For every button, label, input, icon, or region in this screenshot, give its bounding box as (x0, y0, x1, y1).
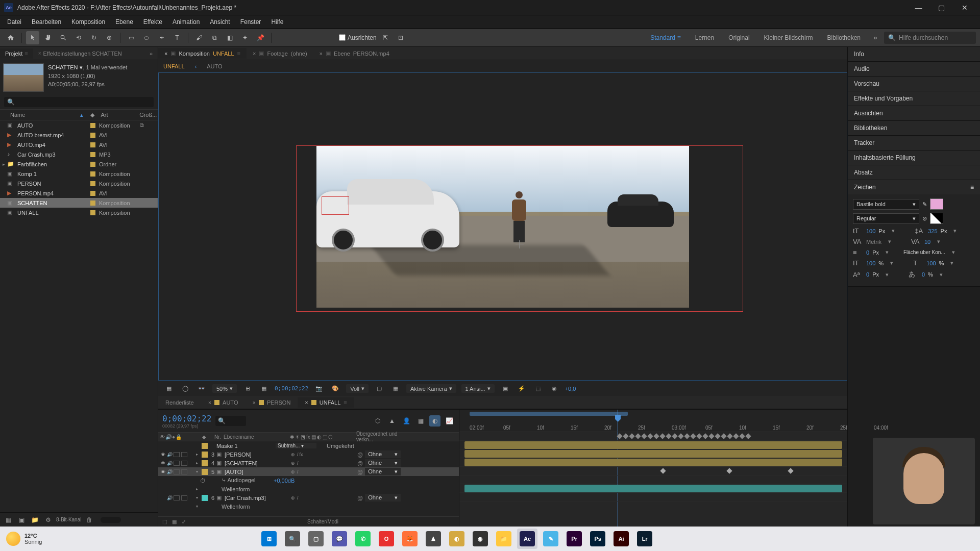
home-button[interactable] (4, 31, 17, 44)
project-item[interactable]: ▣SCHATTENKomposition (0, 198, 158, 208)
channel-icon[interactable]: ◯ (180, 383, 191, 394)
chevron-down-icon[interactable]: ▾ (950, 228, 960, 234)
render-icon[interactable]: ◉ (549, 383, 560, 394)
taskbar-whatsapp[interactable]: ✆ (353, 529, 373, 549)
workspace-original[interactable]: Original (722, 32, 755, 43)
interpret-icon[interactable]: ▦ (3, 515, 13, 525)
chevron-down-icon[interactable]: ▾ (885, 238, 895, 245)
taskbar-notes[interactable]: ✎ (541, 529, 561, 549)
layer-row[interactable]: 🔊▾6▣[Car Crash.mp3]⊕/@Ohne ▾ (158, 493, 459, 502)
selected-item-name[interactable]: SCHATTEN ▾ (48, 63, 83, 72)
taskbar-firefox[interactable]: 🦊 (400, 529, 420, 549)
menu-ansicht[interactable]: Ansicht (205, 17, 235, 27)
menu-effekte[interactable]: Effekte (138, 17, 167, 27)
work-area[interactable] (470, 412, 628, 416)
mask-icon[interactable]: 👓 (196, 383, 207, 394)
3d-icon[interactable]: ⬚ (532, 383, 544, 394)
taskbar-search[interactable]: 🔍 (282, 529, 303, 549)
grid-icon[interactable]: ▦ (258, 383, 270, 394)
track-row[interactable] (459, 458, 847, 467)
chevron-down-icon[interactable]: ▾ (888, 228, 898, 234)
taskbar-obs[interactable]: ◉ (470, 529, 491, 549)
snap-checkbox[interactable] (339, 34, 346, 41)
workspace-lernen[interactable]: Lernen (689, 32, 720, 43)
help-search[interactable]: 🔍 Hilfe durchsuchen (884, 32, 976, 44)
close-icon[interactable]: × (252, 399, 255, 406)
comp-tab[interactable]: × ▣ Footage (ohne) (247, 48, 313, 59)
menu-fenster[interactable]: Fenster (235, 17, 266, 27)
taskbar-ae[interactable]: Ae (517, 529, 537, 549)
resolution-dropdown[interactable]: Voll ▾ (346, 384, 369, 393)
chevron-down-icon[interactable]: ▾ (882, 271, 892, 278)
font-size-value[interactable]: 100 (866, 228, 875, 234)
baseline-value[interactable]: 0 (866, 271, 869, 278)
track-row[interactable] (459, 467, 847, 475)
snap-opts-icon[interactable]: ⇱ (379, 31, 392, 44)
taskbar-ai[interactable]: Ai (611, 529, 631, 549)
eraser-tool[interactable]: ◧ (223, 31, 236, 44)
trash-icon[interactable]: 🗑 (84, 515, 94, 525)
tsume-value[interactable]: 0 (922, 271, 925, 278)
comp-flowchart-icon[interactable]: ⬡ (372, 415, 383, 427)
project-item[interactable]: ▶PERSON.mp4AVI (0, 188, 158, 198)
sort-icon[interactable]: ▴ (80, 112, 83, 118)
tab-project[interactable]: Projekt≡ (0, 48, 33, 59)
zoom-tool[interactable] (57, 31, 70, 44)
layer-row[interactable]: ⏱⤷ Audiopegel+0,00dB (158, 476, 459, 485)
fast-preview-icon[interactable]: ⚡ (516, 383, 527, 394)
col-type[interactable]: Art (99, 112, 139, 118)
layer-clip[interactable] (464, 441, 842, 449)
menu-hilfe[interactable]: Hilfe (266, 17, 288, 27)
composition-viewer[interactable] (158, 72, 847, 381)
project-item[interactable]: ▣PERSONKomposition (0, 179, 158, 188)
shy-icon[interactable]: 👤 (401, 415, 412, 427)
bit-depth[interactable]: 8-Bit-Kanal (56, 517, 81, 522)
camera-dropdown[interactable]: Aktive Kamera ▾ (406, 384, 456, 393)
col-size[interactable]: Groß... (139, 112, 158, 118)
close-icon[interactable]: × (208, 399, 211, 406)
weather-widget[interactable]: 12°C Sonnig (6, 532, 42, 546)
zoom-dropdown[interactable]: 50% ▾ (212, 384, 237, 393)
panel-header[interactable]: Effekte und Vorgaben (848, 91, 980, 106)
close-icon[interactable]: × (320, 51, 323, 57)
minimize-button[interactable]: — (907, 0, 930, 15)
project-search[interactable]: 🔍 (4, 97, 154, 107)
project-item[interactable]: ▣UNFALLKomposition (0, 208, 158, 217)
timeline-search[interactable]: 🔍 (215, 416, 246, 426)
close-button[interactable]: ✕ (953, 0, 976, 15)
stroke-width-value[interactable]: 0 (866, 249, 869, 256)
frameblend-icon[interactable]: ▦ (415, 415, 426, 427)
panel-menu-icon[interactable]: » (144, 48, 158, 59)
hscale-value[interactable]: 100 (926, 260, 936, 266)
col-layername[interactable]: Ebenenname (222, 434, 288, 440)
timeline-tab[interactable]: × UNFALL ≡ (298, 397, 354, 408)
taskbar-start[interactable]: ⊞ (259, 529, 279, 549)
rect-tool[interactable]: ▭ (125, 31, 138, 44)
time-ruler[interactable]: 02:00f05f10f15f20f25f03:00f05f10f15f20f2… (459, 410, 847, 432)
track-row[interactable] (459, 493, 847, 502)
rotate-tool[interactable]: ↻ (87, 31, 101, 44)
close-icon[interactable]: × (253, 51, 256, 57)
layer-clip[interactable] (464, 459, 842, 466)
brush-tool[interactable]: 🖌 (192, 31, 206, 44)
pixel-aspect-icon[interactable]: ▣ (500, 383, 511, 394)
project-item[interactable]: ▸📁FarbflächenOrdner (0, 159, 158, 169)
chevron-down-icon[interactable]: ▾ (947, 260, 957, 266)
taskbar-lr[interactable]: Lr (634, 529, 655, 549)
workspace-standard[interactable]: Standard≡ (644, 32, 687, 43)
font-family-dropdown[interactable]: Bastile bold▾ (853, 199, 919, 210)
hand-tool[interactable] (41, 31, 55, 44)
layer-row[interactable]: ▾Wellenform (158, 502, 459, 511)
panel-header[interactable]: Tracker (848, 136, 980, 150)
transparency-icon[interactable]: ▦ (390, 383, 401, 394)
motionblur-icon[interactable]: ◐ (429, 415, 440, 427)
track-row[interactable] (459, 449, 847, 458)
comp-tab[interactable]: × ▣ Komposition UNFALL ≡ (158, 48, 247, 59)
exposure-value[interactable]: +0,0 (565, 386, 576, 392)
comp-tab[interactable]: × ▣ Ebene PERSON.mp4 (313, 48, 396, 59)
menu-bearbeiten[interactable]: Bearbeiten (27, 17, 66, 27)
col-parent[interactable]: Übergeordnet und verkn... (354, 431, 410, 442)
layer-row[interactable]: 👁🔊▸3▣[PERSON]⊕/fx@Ohne ▾ (158, 450, 459, 459)
col-nr[interactable]: Nr. (212, 434, 222, 440)
views-dropdown[interactable]: 1 Ansi... ▾ (461, 384, 495, 393)
